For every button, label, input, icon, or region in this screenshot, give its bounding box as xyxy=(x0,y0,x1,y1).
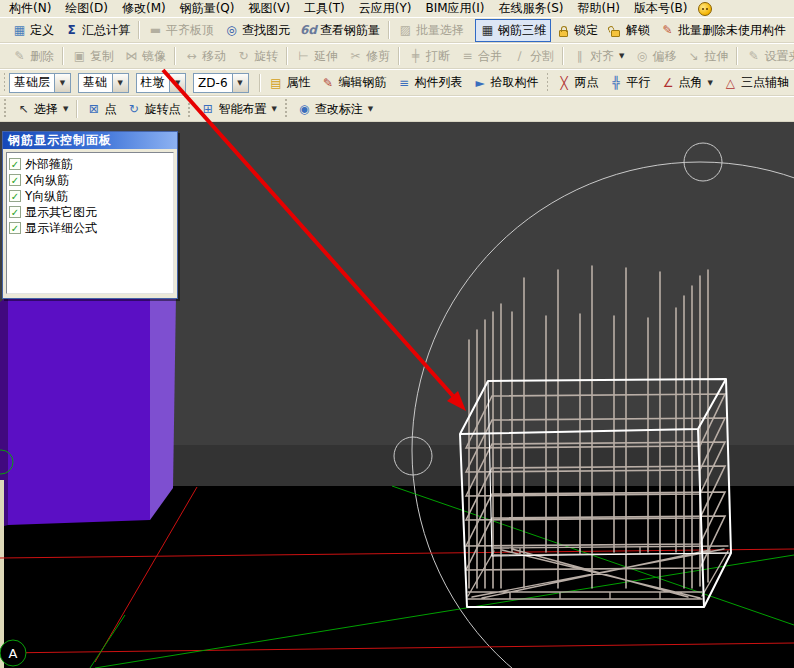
stretch-icon: ↘ xyxy=(686,49,701,63)
helmet-assistant-icon[interactable] xyxy=(698,2,712,16)
delete-button: ✎ 删除 xyxy=(7,45,59,68)
checkbox-checked-icon[interactable]: ✓ xyxy=(9,206,21,218)
menu-component[interactable]: 构件(N) xyxy=(2,0,58,19)
point-place-button[interactable]: ⊠ 点 xyxy=(81,98,121,121)
rotate-button: ↻ 旋转 xyxy=(231,45,283,68)
point-place-icon: ⊠ xyxy=(86,102,101,116)
menu-help[interactable]: 帮助(H) xyxy=(570,0,626,19)
axis-bubble-label: A xyxy=(9,646,18,661)
menu-rebar-quantity[interactable]: 钢筋量(Q) xyxy=(173,0,242,19)
rebar-3d-button[interactable]: ▦ 钢筋三维 xyxy=(475,19,551,42)
mirror-button: ⋈ 镜像 xyxy=(119,45,171,68)
sum-calc-icon: Σ xyxy=(64,23,79,37)
three-point-axis-button[interactable]: △ 三点辅轴 xyxy=(718,71,794,94)
element-type-combobox[interactable]: 柱墩 ▼ xyxy=(136,73,187,93)
chevron-down-icon[interactable]: ▼ xyxy=(112,74,128,92)
left-edge-strip xyxy=(0,480,4,668)
point-angle-axis-icon: ∠ xyxy=(661,76,676,90)
three-point-axis-icon: △ xyxy=(723,76,738,90)
toolbar-edit: ✎ 删除 ▣ 复制 ⋈ 镜像 ↔ 移动 ↻ 旋转 ⊢ 延伸 ✂ 修剪 ╪ 打断 … xyxy=(0,43,794,69)
toolbar-gripper[interactable] xyxy=(284,99,288,119)
sum-calc-button[interactable]: Σ 汇总计算 xyxy=(59,19,135,42)
stretch-button: ↘ 拉伸 xyxy=(681,45,733,68)
break-button: ╪ 打断 xyxy=(403,45,455,68)
option-show-detailed-formula[interactable]: ✓ 显示详细公式 xyxy=(9,220,171,236)
chevron-down-icon[interactable]: ▼ xyxy=(54,74,70,92)
two-point-axis-icon: ╳ xyxy=(557,76,572,90)
category-combobox[interactable]: 基础 ▼ xyxy=(78,73,129,93)
menu-tools[interactable]: 工具(T) xyxy=(297,0,352,19)
batch-delete-unused-button[interactable]: ✎ 批量删除未使用构件 xyxy=(655,19,791,42)
option-show-other-elements[interactable]: ✓ 显示其它图元 xyxy=(9,204,171,220)
toolbar-gripper[interactable] xyxy=(3,99,7,119)
toolbar-separator xyxy=(286,47,288,65)
smart-layout-icon: ⊞ xyxy=(200,102,215,116)
option-y-longitudinal-bars[interactable]: ✓ Y向纵筋 xyxy=(9,188,171,204)
component-list-button[interactable]: ≡ 构件列表 xyxy=(392,71,468,94)
chevron-down-icon: ▼ xyxy=(63,105,68,113)
lock-button[interactable]: 锁定 xyxy=(551,19,603,42)
menu-view[interactable]: 视图(V) xyxy=(241,0,297,19)
menu-bim-app[interactable]: BIM应用(I) xyxy=(418,0,491,19)
menu-draw[interactable]: 绘图(D) xyxy=(58,0,115,19)
toolbar-separator xyxy=(398,47,400,65)
panel-title[interactable]: 钢筋显示控制面板 xyxy=(3,132,177,149)
menu-modify[interactable]: 修改(M) xyxy=(115,0,173,19)
parallel-axis-button[interactable]: ╬ 平行 xyxy=(604,71,656,94)
split-icon: ∕ xyxy=(512,49,527,63)
select-button[interactable]: ↖ 选择 ▼ xyxy=(11,98,73,121)
menu-cloud-app[interactable]: 云应用(Y) xyxy=(352,0,419,19)
pick-component-icon: ► xyxy=(473,76,488,90)
extend-icon: ⊢ xyxy=(296,49,311,63)
floor-combobox[interactable]: 基础层 ▼ xyxy=(9,73,71,93)
component-list-icon: ≡ xyxy=(397,76,412,90)
element-name-combobox[interactable]: ZD-6 ▼ xyxy=(193,73,248,93)
rebar-display-options-list: ✓ 外部箍筋 ✓ X向纵筋 ✓ Y向纵筋 ✓ 显示其它图元 ✓ 显示详细公式 xyxy=(6,152,174,294)
chevron-down-icon: ▼ xyxy=(708,79,713,87)
toolbar-separator xyxy=(62,47,64,65)
view-rebar-quantity-button[interactable]: 6d 查看钢筋量 xyxy=(295,19,385,42)
toolbar-separator xyxy=(76,100,78,118)
align-button: ∥ 对齐 ▼ xyxy=(567,45,629,68)
edit-annotation-icon: ◉ xyxy=(297,102,312,116)
set-grip-icon: ✎ xyxy=(746,49,761,63)
point-angle-axis-button[interactable]: ∠ 点角 ▼ xyxy=(656,71,718,94)
chevron-down-icon: ▼ xyxy=(619,52,624,60)
batch-delete-icon: ✎ xyxy=(660,23,675,37)
offset-icon: ◎ xyxy=(634,49,649,63)
move-icon: ↔ xyxy=(184,49,199,63)
two-point-axis-button[interactable]: ╳ 两点 xyxy=(552,71,604,94)
unlock-icon xyxy=(611,30,620,37)
edit-annotation-button[interactable]: ◉ 查改标注 ▼ xyxy=(292,98,378,121)
checkbox-checked-icon[interactable]: ✓ xyxy=(9,174,21,186)
chevron-down-icon[interactable]: ▼ xyxy=(232,74,248,92)
menu-version[interactable]: 版本号(B) xyxy=(627,0,695,19)
unlock-button[interactable]: 解锁 xyxy=(603,19,655,42)
rotate-point-button[interactable]: ↻ 旋转点 xyxy=(121,98,185,121)
define-button[interactable]: ▦ 定义 xyxy=(7,19,59,42)
pick-component-button[interactable]: ► 拾取构件 xyxy=(468,71,544,94)
mirror-icon: ⋈ xyxy=(124,49,139,63)
toolbar-separator xyxy=(388,21,390,39)
toolbar-separator xyxy=(174,47,176,65)
set-grip-button: ✎ 设置夹点 xyxy=(741,45,794,68)
properties-button[interactable]: ▤ 属性 xyxy=(264,71,316,94)
checkbox-checked-icon[interactable]: ✓ xyxy=(9,190,21,202)
toolbar-gripper[interactable] xyxy=(3,73,5,93)
menu-online-service[interactable]: 在线服务(S) xyxy=(492,0,571,19)
align-slab-top-button: ▬ 平齐板顶 xyxy=(143,19,219,42)
align-icon: ∥ xyxy=(572,49,587,63)
toolbar-gripper[interactable] xyxy=(187,99,191,119)
edit-rebar-button[interactable]: ✎ 编辑钢筋 xyxy=(316,71,392,94)
smart-layout-button[interactable]: ⊞ 智能布置 ▼ xyxy=(195,98,281,121)
checkbox-checked-icon[interactable]: ✓ xyxy=(9,158,21,170)
chevron-down-icon[interactable]: ▼ xyxy=(169,74,185,92)
lock-icon xyxy=(559,30,568,37)
option-x-longitudinal-bars[interactable]: ✓ X向纵筋 xyxy=(9,172,171,188)
checkbox-checked-icon[interactable]: ✓ xyxy=(9,222,21,234)
merge-button: ≡ 合并 xyxy=(455,45,507,68)
find-element-button[interactable]: ◎ 查找图元 xyxy=(219,19,295,42)
option-outer-stirrups[interactable]: ✓ 外部箍筋 xyxy=(9,156,171,172)
toolbar-separator xyxy=(562,47,564,65)
toolbar-gripper[interactable] xyxy=(546,73,548,93)
